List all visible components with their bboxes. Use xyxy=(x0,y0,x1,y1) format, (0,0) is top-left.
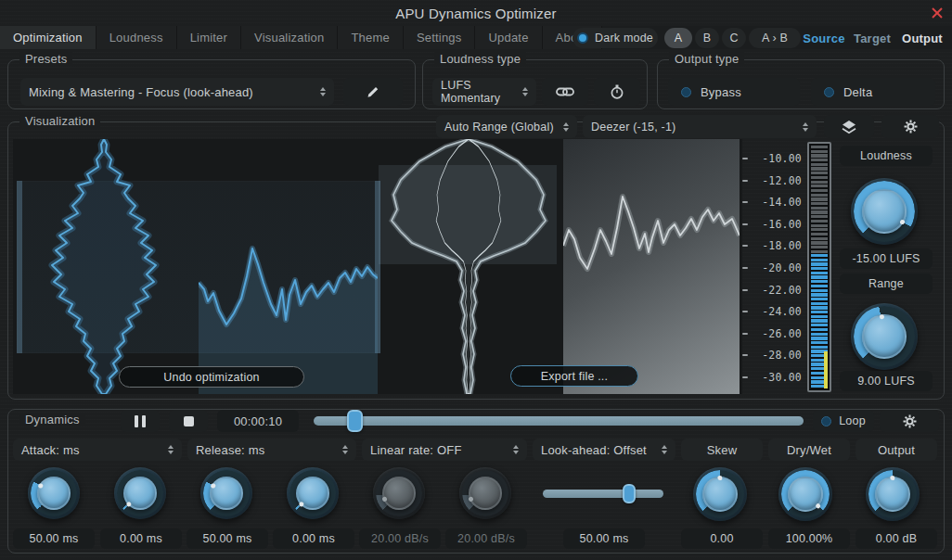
spinner-icon xyxy=(513,445,519,454)
axis-label: -28.00 xyxy=(762,349,802,362)
tab-loudness[interactable]: Loudness xyxy=(96,26,177,49)
stop-icon xyxy=(184,416,194,426)
transport-handle[interactable] xyxy=(347,410,363,432)
output-label: Output xyxy=(856,439,937,461)
attack-smooth-knob[interactable] xyxy=(114,467,166,519)
momentary-timer-button[interactable] xyxy=(594,78,640,106)
axis-label: -30.00 xyxy=(762,371,802,384)
axis-label: -16.00 xyxy=(762,218,802,231)
presets-legend: Presets xyxy=(19,52,72,66)
lookahead-slider[interactable] xyxy=(543,482,663,504)
meter-segments-upper xyxy=(811,146,828,254)
lookahead-track[interactable] xyxy=(543,490,663,498)
bypass-label: Bypass xyxy=(701,85,741,99)
layers-button[interactable] xyxy=(824,115,874,138)
release-mode-select[interactable]: Release: ms xyxy=(187,439,356,461)
copy-a-to-b-button[interactable]: A › B xyxy=(749,28,801,48)
lookahead-value: 50.00 ms xyxy=(563,528,645,549)
release-smooth-knob[interactable] xyxy=(287,467,339,519)
linear-release-value: 20.00 dB/s xyxy=(445,528,527,549)
linear-release-knob xyxy=(459,467,511,519)
attack-mode-value: Attack: ms xyxy=(21,443,80,457)
tab-limiter[interactable]: Limiter xyxy=(177,26,241,49)
source-distribution-shape xyxy=(39,139,169,394)
linear-rate-select[interactable]: Linear rate: OFF xyxy=(362,439,527,461)
spinner-icon xyxy=(803,122,808,132)
close-icon[interactable] xyxy=(930,6,945,20)
export-file-button[interactable]: Export file ... xyxy=(510,365,638,387)
window-title: APU Dynamics Optimizer xyxy=(0,6,952,21)
transport-time: 00:00:10 xyxy=(217,410,299,432)
bypass-dot-icon xyxy=(681,87,691,97)
loudness-type-legend: Loudness type xyxy=(434,52,526,66)
attack-mode-select[interactable]: Attack: ms xyxy=(13,439,182,461)
target-preset-select[interactable]: Deezer (-15, -1) xyxy=(583,115,817,138)
preset-select[interactable]: Mixing & Mastering - Focus (look-ahead) xyxy=(20,78,334,106)
undo-optimization-button[interactable]: Undo optimization xyxy=(119,366,304,388)
axis-label: -10.00 xyxy=(762,152,802,165)
title-bar: APU Dynamics Optimizer xyxy=(0,0,952,26)
attack-smooth-value: 0.00 ms xyxy=(100,528,182,549)
snapshot-b-button[interactable]: B xyxy=(695,28,719,48)
lookahead-handle[interactable] xyxy=(623,484,636,503)
output-gain-knob[interactable] xyxy=(866,467,920,521)
loop-toggle[interactable]: Loop xyxy=(813,410,874,432)
skew-value: 0.00 xyxy=(681,528,763,549)
preset-edit-button[interactable] xyxy=(343,78,403,106)
loudness-knob-label: Loudness xyxy=(840,146,933,166)
loop-dot-icon xyxy=(821,416,831,426)
delta-toggle[interactable]: Delta xyxy=(811,78,935,106)
tab-visualization[interactable]: Visualization xyxy=(241,26,338,49)
release-smooth-value: 0.00 ms xyxy=(273,528,354,549)
loudness-type-value: LUFS Momentary xyxy=(441,79,515,105)
spinner-icon xyxy=(662,445,667,454)
axis-label: -22.00 xyxy=(762,284,802,297)
release-time-knob[interactable] xyxy=(200,467,252,519)
spinner-icon xyxy=(168,445,174,454)
lookahead-mode-select[interactable]: Look-ahead: Offset xyxy=(533,439,675,461)
range-knob[interactable] xyxy=(851,303,918,370)
dynamics-settings-button[interactable] xyxy=(880,410,939,432)
loop-label: Loop xyxy=(839,414,866,427)
stop-button[interactable] xyxy=(169,410,208,432)
bypass-toggle[interactable]: Bypass xyxy=(668,78,800,106)
release-mode-value: Release: ms xyxy=(196,443,264,457)
plugin-window: APU Dynamics Optimizer Optimization Loud… xyxy=(0,0,952,560)
visualization-legend: Visualization xyxy=(19,114,100,128)
dark-mode-toggle[interactable]: Dark mode xyxy=(572,28,658,48)
loudness-knob-value: -15.00 LUFS xyxy=(840,248,933,269)
skew-knob[interactable] xyxy=(693,467,747,521)
view-target-button[interactable]: Target xyxy=(850,28,894,48)
target-preset-value: Deezer (-15, -1) xyxy=(591,121,675,134)
visualization-canvas[interactable]: Undo optimization Export file ... xyxy=(13,139,742,394)
drywet-value: 100.00% xyxy=(768,528,850,549)
link-loudness-button[interactable] xyxy=(542,78,588,106)
linear-rate-value: Linear rate: OFF xyxy=(370,443,462,457)
snapshot-a-button[interactable]: A xyxy=(664,28,692,48)
view-source-button[interactable]: Source xyxy=(802,28,846,48)
attack-time-knob[interactable] xyxy=(28,467,80,519)
drywet-knob[interactable] xyxy=(778,467,832,521)
auto-range-select[interactable]: Auto Range (Global) xyxy=(436,115,577,138)
tab-settings[interactable]: Settings xyxy=(404,26,476,49)
tab-optimization[interactable]: Optimization xyxy=(0,26,96,49)
auto-range-value: Auto Range (Global) xyxy=(444,121,554,134)
spinner-icon xyxy=(522,87,528,96)
transport-slider[interactable] xyxy=(314,410,804,432)
delta-label: Delta xyxy=(843,85,872,99)
tab-update[interactable]: Update xyxy=(475,26,542,49)
attack-time-value: 50.00 ms xyxy=(13,528,95,549)
snapshot-c-button[interactable]: C xyxy=(722,28,746,48)
view-output-button[interactable]: Output xyxy=(898,28,946,48)
output-type-legend: Output type xyxy=(669,52,744,66)
loudness-type-select[interactable]: LUFS Momentary xyxy=(432,78,536,106)
pause-button[interactable] xyxy=(121,410,160,432)
spinner-icon xyxy=(342,445,348,454)
target-distribution-shape xyxy=(371,139,566,394)
tab-theme[interactable]: Theme xyxy=(338,26,403,49)
loudness-knob[interactable] xyxy=(851,178,918,245)
delta-dot-icon xyxy=(824,87,834,97)
transport-track[interactable] xyxy=(314,416,804,426)
pencil-icon xyxy=(366,84,380,99)
visualization-settings-button[interactable] xyxy=(881,115,939,138)
